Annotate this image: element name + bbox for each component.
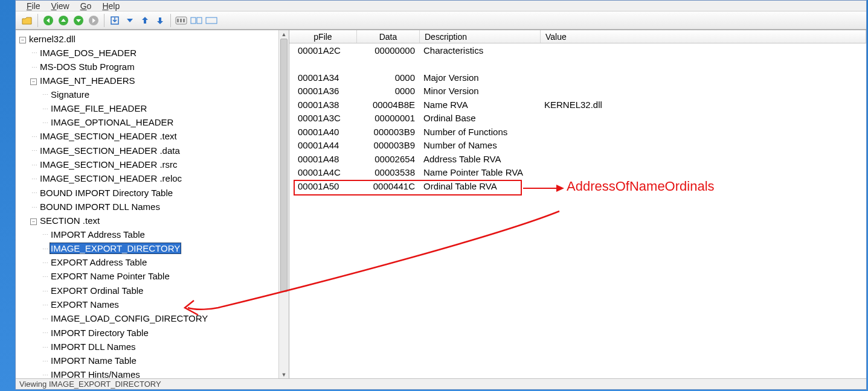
- data-row[interactable]: 00001A340000Major Version: [289, 71, 866, 84]
- toolbar-separator: [170, 14, 171, 27]
- tree-item-bound-import-dir[interactable]: BOUND IMPORT Directory Table: [39, 188, 174, 198]
- tree-panel: −kernel32.dll ⋯IMAGE_DOS_HEADER ⋯MS-DOS …: [16, 30, 289, 378]
- nav-down-icon[interactable]: [72, 14, 85, 27]
- tree-item-export-names[interactable]: EXPORT Names: [50, 299, 120, 310]
- cell-data: 00002654: [357, 154, 420, 164]
- cell-pfile: 00001A44: [289, 140, 357, 150]
- cell-data: 000003B9: [357, 140, 420, 150]
- cell-data: 000003B9: [357, 127, 420, 137]
- cell-data: 00000000: [357, 45, 420, 56]
- tree-item-optional-header[interactable]: IMAGE_OPTIONAL_HEADER: [50, 117, 175, 127]
- tree-item-file-header[interactable]: IMAGE_FILE_HEADER: [50, 103, 148, 113]
- open-file-icon[interactable]: [21, 14, 34, 27]
- expander-icon[interactable]: −: [30, 78, 37, 85]
- column-pfile[interactable]: pFile: [289, 30, 357, 43]
- cell-pfile: 00001A3C: [289, 113, 357, 123]
- scroll-up-icon[interactable]: ▲: [279, 30, 289, 38]
- column-description[interactable]: Description: [420, 30, 541, 43]
- toolbar-separator: [37, 14, 38, 27]
- column-data[interactable]: Data: [357, 30, 420, 43]
- tree-scroll: −kernel32.dll ⋯IMAGE_DOS_HEADER ⋯MS-DOS …: [16, 30, 278, 378]
- cell-pfile: 00001A2C: [289, 45, 357, 56]
- menu-go[interactable]: Go: [76, 1, 97, 11]
- cell-pfile: 00001A34: [289, 72, 357, 83]
- cell-value: KERNEL32.dll: [541, 100, 866, 110]
- cell-pfile: 00001A50: [289, 181, 357, 191]
- status-bar: Viewing IMAGE_EXPORT_DIRECTORY: [16, 378, 866, 389]
- tree-item-import-name-table[interactable]: IMPORT Name Table: [50, 355, 138, 366]
- data-row[interactable]: 00001A4800002654Address Table RVA: [289, 152, 866, 166]
- nav-up-icon[interactable]: [57, 14, 70, 27]
- content-area: −kernel32.dll ⋯IMAGE_DOS_HEADER ⋯MS-DOS …: [16, 30, 866, 378]
- data-row[interactable]: 00001A40000003B9Number of Functions: [289, 125, 866, 139]
- data-row[interactable]: 00001A3C00000001Ordinal Base: [289, 112, 866, 126]
- expander-icon[interactable]: −: [19, 37, 26, 43]
- export-icon[interactable]: [138, 14, 152, 27]
- view-split-icon[interactable]: [190, 14, 203, 27]
- cell-description: Name Pointer Table RVA: [420, 167, 541, 177]
- tree-item-section-header-data[interactable]: IMAGE_SECTION_HEADER .data: [39, 145, 181, 156]
- column-value[interactable]: Value: [541, 30, 866, 43]
- export-down-icon[interactable]: [153, 14, 167, 27]
- tree-item-signature[interactable]: Signature: [50, 89, 91, 100]
- cell-description: Name RVA: [420, 100, 541, 110]
- tree-item-import-dll-names[interactable]: IMPORT DLL Names: [50, 342, 137, 352]
- menu-file[interactable]: File: [22, 1, 45, 11]
- tree-item-section-header-reloc[interactable]: IMAGE_SECTION_HEADER .reloc: [39, 173, 183, 183]
- tree-item-section-header-text[interactable]: IMAGE_SECTION_HEADER .text: [39, 131, 178, 141]
- tree-item-export-addr-table[interactable]: EXPORT Address Table: [50, 257, 148, 267]
- data-row[interactable]: 00001A2C00000000Characteristics: [289, 43, 866, 57]
- cell-data: 0000: [357, 86, 420, 96]
- tree-scrollbar[interactable]: ▲ ▼: [278, 30, 289, 378]
- tree-item-bound-import-dll[interactable]: BOUND IMPORT DLL Names: [39, 202, 161, 212]
- toolbar-separator: [104, 14, 104, 27]
- tree-item-export-directory[interactable]: IMAGE_EXPORT_DIRECTORY: [50, 243, 181, 254]
- tree-item-section-text[interactable]: SECTION .text: [39, 215, 101, 226]
- tree-item-export-ordinal[interactable]: EXPORT Ordinal Table: [50, 285, 144, 296]
- tree-item-root[interactable]: kernel32.dll: [28, 34, 77, 44]
- view-bytes-icon[interactable]: [175, 14, 188, 27]
- nav-forward-icon[interactable]: [87, 14, 100, 27]
- data-row[interactable]: 00001A4C00003538Name Pointer Table RVA: [289, 166, 866, 180]
- data-row[interactable]: 00001A360000Minor Version: [289, 84, 866, 98]
- tree-item-import-dir-table[interactable]: IMPORT Directory Table: [50, 328, 150, 338]
- tree-item-msdos-stub[interactable]: MS-DOS Stub Program: [39, 62, 136, 72]
- import-icon[interactable]: [108, 14, 121, 27]
- status-text: Viewing IMAGE_EXPORT_DIRECTORY: [19, 380, 161, 389]
- expander-icon[interactable]: −: [30, 218, 37, 225]
- svg-rect-11: [206, 17, 217, 24]
- tree-item-dos-header[interactable]: IMAGE_DOS_HEADER: [39, 48, 138, 58]
- data-row[interactable]: 00001A3800004B8EName RVAKERNEL32.dll: [289, 98, 866, 112]
- menu-help[interactable]: Help: [97, 1, 124, 11]
- tree-item-section-header-rsrc[interactable]: IMAGE_SECTION_HEADER .rsrc: [39, 159, 179, 170]
- tree-item-import-hints[interactable]: IMPORT Hints/Names: [50, 369, 141, 378]
- nav-back-icon[interactable]: [42, 14, 55, 27]
- tree-item-nt-headers[interactable]: IMAGE_NT_HEADERS: [39, 75, 137, 86]
- tree-item-load-config[interactable]: IMAGE_LOAD_CONFIG_DIRECTORY: [50, 313, 209, 323]
- menu-view[interactable]: View: [47, 1, 74, 11]
- tree-item-import-addr-table[interactable]: IMPORT Address Table: [50, 229, 146, 240]
- svg-rect-10: [197, 17, 202, 24]
- cell-description: Minor Version: [420, 86, 541, 96]
- data-row[interactable]: 00001A500000441COrdinal Table RVA: [289, 179, 866, 193]
- cell-data: 00000001: [357, 113, 420, 123]
- scroll-down-icon[interactable]: ▼: [279, 370, 289, 378]
- cell-pfile: 00001A38: [289, 100, 357, 110]
- import-down-icon[interactable]: [123, 14, 137, 27]
- cell-description: Number of Names: [420, 140, 541, 150]
- scroll-thumb[interactable]: [280, 39, 288, 292]
- cell-description: Address Table RVA: [420, 154, 541, 164]
- window-frame: File View Go Help: [15, 0, 867, 390]
- tree-item-export-name-ptr[interactable]: EXPORT Name Pointer Table: [50, 271, 171, 281]
- cell-data: 00004B8E: [357, 100, 420, 110]
- cell-data: 0000: [357, 72, 420, 83]
- tree: −kernel32.dll ⋯IMAGE_DOS_HEADER ⋯MS-DOS …: [19, 33, 278, 378]
- view-full-icon[interactable]: [205, 14, 218, 27]
- cell-description: Ordinal Table RVA: [420, 181, 541, 191]
- data-row[interactable]: 00001A44000003B9Number of Names: [289, 139, 866, 153]
- spacer-row: [289, 57, 866, 71]
- cell-description: Characteristics: [420, 45, 541, 56]
- cell-pfile: 00001A4C: [289, 167, 357, 177]
- cell-data: 00003538: [357, 167, 420, 177]
- cell-pfile: 00001A40: [289, 127, 357, 137]
